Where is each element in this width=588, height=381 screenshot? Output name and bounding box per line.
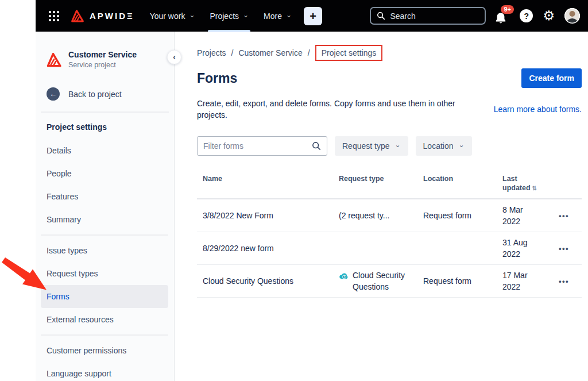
table-row[interactable]: 8/29/2022 new form 31 Aug 2022 ••• <box>197 232 582 265</box>
request-type-cell: ? Cloud Security Questions <box>333 265 417 297</box>
column-header-actions <box>547 168 582 198</box>
nav-item-projects[interactable]: Projects ⌄ <box>202 0 256 32</box>
table-header-row: Name Request type Location Last updated⇅ <box>197 168 582 199</box>
nav-item-label: Your work <box>150 11 185 21</box>
location-dropdown[interactable]: Location ⌄ <box>416 136 472 156</box>
sidebar-item-label: People <box>47 169 72 178</box>
nav-item-your-work[interactable]: Your work ⌄ <box>142 0 203 32</box>
request-type-label: Cloud Security Questions <box>353 270 412 293</box>
row-more-actions-button[interactable]: ••• <box>554 211 569 220</box>
avatar-photo <box>564 8 580 24</box>
sidebar-item-request-types[interactable]: Request types <box>41 262 168 285</box>
form-name-cell[interactable]: 8/29/2022 new form <box>197 232 333 264</box>
breadcrumb-separator: / <box>308 48 310 57</box>
page-header: Forms Create form <box>197 68 582 88</box>
apwide-logo[interactable]: APWIDΞ <box>69 9 134 23</box>
back-to-project-link[interactable]: ← Back to project <box>36 70 174 101</box>
sidebar-item-features[interactable]: Features <box>41 185 168 208</box>
ellipsis-icon: ••• <box>559 244 569 253</box>
column-header-request-type[interactable]: Request type <box>333 168 417 198</box>
breadcrumb: Projects / Customer Service / Project se… <box>197 45 582 61</box>
settings-gear-button[interactable]: ⚙ <box>543 9 555 22</box>
back-to-project-label: Back to project <box>68 90 122 99</box>
chevron-down-icon: ⌄ <box>189 11 195 18</box>
help-button[interactable]: ? <box>520 9 533 22</box>
search-input[interactable] <box>390 11 470 21</box>
question-mark-icon: ? <box>524 11 529 21</box>
sidebar-item-label: Request types <box>47 269 98 278</box>
location-cell: Request form <box>417 265 497 297</box>
notification-count-badge: 9+ <box>501 5 514 14</box>
forms-table: Name Request type Location Last updated⇅… <box>197 168 582 298</box>
gear-icon: ⚙ <box>543 8 555 23</box>
project-name: Customer Service <box>68 50 137 60</box>
breadcrumb-project-settings annotation-highlight-box[interactable]: Project settings <box>315 45 383 61</box>
nav-right-icons: 9+ ? ⚙ <box>495 7 580 25</box>
dropdown-label: Request type <box>342 141 390 151</box>
sidebar-item-label: External resources <box>47 315 114 324</box>
chevron-down-icon: ⌄ <box>286 11 292 18</box>
filter-forms-field[interactable] <box>197 136 327 156</box>
learn-more-link[interactable]: Learn more about forms. <box>494 105 582 114</box>
sidebar-item-summary[interactable]: Summary <box>41 208 168 231</box>
sort-icon: ⇅ <box>532 185 537 191</box>
app-window: APWIDΞ Your work ⌄ Projects ⌄ More ⌄ + <box>0 0 588 381</box>
request-type-dropdown[interactable]: Request type ⌄ <box>335 136 408 156</box>
create-button[interactable]: + <box>304 7 322 25</box>
chevron-down-icon: ⌄ <box>459 141 465 149</box>
form-name-cell[interactable]: 3/8/2022 New Form <box>197 199 333 232</box>
sidebar-item-people[interactable]: People <box>41 162 168 185</box>
top-navigation-bar: APWIDΞ Your work ⌄ Projects ⌄ More ⌄ + <box>36 0 588 32</box>
back-arrow-icon: ← <box>47 87 60 101</box>
sidebar-item-label: Customer permissions <box>47 346 126 355</box>
plus-icon: + <box>310 10 316 22</box>
nav-item-more[interactable]: More ⌄ <box>256 0 299 32</box>
sidebar-item-customer-permissions[interactable]: Customer permissions <box>41 339 168 362</box>
sidebar-item-external-resources[interactable]: External resources <box>41 308 168 331</box>
app-switcher-icon[interactable] <box>46 8 62 24</box>
notifications-button[interactable]: 9+ <box>495 7 510 25</box>
breadcrumb-projects[interactable]: Projects <box>197 48 226 57</box>
sidebar-item-language-support[interactable]: Language support <box>41 362 168 381</box>
description-row: Create, edit, export, and delete forms. … <box>197 98 582 121</box>
ellipsis-icon: ••• <box>559 211 569 220</box>
last-updated-cell: 31 Aug 2022 <box>497 232 547 264</box>
apwide-logo-text: APWIDΞ <box>90 11 134 21</box>
sidebar-item-label: Language support <box>47 369 111 378</box>
sidebar-collapse-button[interactable]: ‹ <box>167 50 181 64</box>
sidebar-item-forms[interactable]: Forms <box>41 285 168 308</box>
create-form-button[interactable]: Create form <box>521 68 582 88</box>
last-updated-cell: 8 Mar 2022 <box>497 199 547 232</box>
sidebar-section-title: Project settings <box>36 113 174 134</box>
user-avatar[interactable] <box>564 8 580 24</box>
project-settings-sidebar: Customer Service Service project ← Back … <box>36 32 175 381</box>
row-more-actions-button[interactable]: ••• <box>554 244 569 253</box>
table-row[interactable]: Cloud Security Questions ? Cloud Securit… <box>197 265 582 298</box>
table-row[interactable]: 3/8/2022 New Form (2 request ty... Reque… <box>197 199 582 232</box>
nav-item-label: Projects <box>210 11 239 21</box>
form-name-cell[interactable]: Cloud Security Questions <box>197 265 333 297</box>
page-title: Forms <box>197 71 237 86</box>
global-search[interactable] <box>370 7 486 25</box>
project-type: Service project <box>68 60 137 70</box>
filter-forms-input[interactable] <box>203 141 312 151</box>
project-header: Customer Service Service project <box>36 32 174 70</box>
column-header-name[interactable]: Name <box>197 168 333 198</box>
ellipsis-icon: ••• <box>559 277 569 286</box>
search-icon <box>312 141 321 151</box>
column-header-last-updated[interactable]: Last updated⇅ <box>497 168 547 198</box>
sidebar-item-details[interactable]: Details <box>41 139 168 162</box>
row-more-actions-button[interactable]: ••• <box>554 277 569 286</box>
bell-icon <box>495 12 506 25</box>
breadcrumb-customer-service[interactable]: Customer Service <box>238 48 302 57</box>
sidebar-item-issue-types[interactable]: Issue types <box>41 239 168 262</box>
location-cell <box>417 232 497 264</box>
cloud-question-request-type-icon: ? <box>339 271 349 281</box>
primary-nav-menu: Your work ⌄ Projects ⌄ More ⌄ <box>142 0 299 32</box>
sidebar-item-label: Details <box>47 146 71 155</box>
project-avatar-icon <box>44 52 62 68</box>
request-type-cell <box>333 232 417 264</box>
project-title-block: Customer Service Service project <box>68 50 137 70</box>
column-header-location[interactable]: Location <box>417 168 497 198</box>
arrow-left-glyph: ← <box>49 90 57 98</box>
